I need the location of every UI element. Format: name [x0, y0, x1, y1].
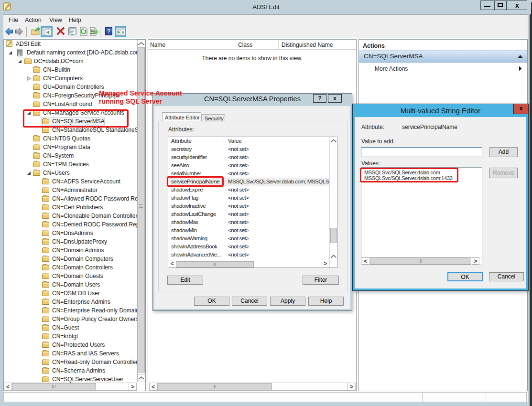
svg-text:?: ? [107, 28, 111, 35]
